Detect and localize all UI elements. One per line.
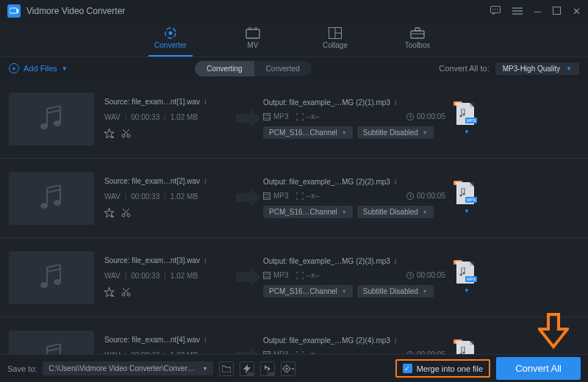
- output-label: Output: file_example_…MG (2)(1).mp3: [263, 98, 390, 107]
- save-path-select[interactable]: C:\Users\Vidmore Video Converter\Convert…: [43, 361, 213, 375]
- add-files-button[interactable]: + Add Files ▼: [9, 63, 68, 73]
- svg-point-2: [492, 9, 493, 10]
- music-note-icon: [37, 185, 66, 212]
- output-format-button[interactable]: ❋H MP3 ▼: [453, 262, 478, 294]
- thumbnail[interactable]: [9, 251, 94, 304]
- info-icon[interactable]: i: [204, 256, 207, 264]
- source-format: WAV: [104, 351, 121, 355]
- nav-collage[interactable]: Collage: [313, 26, 357, 57]
- source-size: 1.02 MB: [171, 272, 198, 280]
- menu-icon[interactable]: [512, 6, 523, 17]
- tab-converting[interactable]: Converting: [195, 61, 254, 76]
- settings-button[interactable]: ▾: [281, 361, 295, 376]
- output-format-button[interactable]: ❋H MP3 ▼: [453, 182, 478, 215]
- source-size: 1.02 MB: [171, 113, 198, 121]
- merge-checkbox[interactable]: ✓: [403, 364, 412, 373]
- chevron-down-icon: ▼: [566, 65, 572, 72]
- expand-icon: [296, 272, 304, 279]
- high-speed-button[interactable]: OFF: [260, 361, 275, 376]
- arrow-icon: [234, 268, 263, 287]
- edit-icon[interactable]: [104, 287, 114, 299]
- cut-icon[interactable]: [121, 208, 131, 220]
- svg-point-20: [40, 123, 48, 129]
- svg-line-22: [47, 110, 60, 113]
- toolbar: + Add Files ▼ Converting Converted Conve…: [0, 57, 588, 79]
- output-label: Output: file_example_…MG (2)(4).mp3: [263, 336, 390, 345]
- svg-point-12: [249, 27, 251, 29]
- chevron-down-icon: ▼: [342, 130, 347, 135]
- music-note-icon: [37, 106, 66, 132]
- svg-rect-56: [264, 272, 270, 278]
- music-note-icon: [37, 264, 66, 291]
- minimize-icon[interactable]: ─: [534, 6, 541, 17]
- chevron-down-icon: ▼: [342, 289, 347, 294]
- nav-toolbox[interactable]: Toolbox: [395, 26, 440, 57]
- info-icon[interactable]: i: [204, 177, 207, 185]
- out-format: MP3: [273, 271, 289, 279]
- svg-point-48: [40, 282, 48, 288]
- chevron-down-icon: ▼: [464, 287, 470, 294]
- svg-rect-17: [411, 31, 424, 38]
- svg-point-10: [169, 32, 173, 35]
- maximize-icon[interactable]: [553, 6, 561, 17]
- file-row: Source: file_exam…nt[2].wavi WAV| 00:00:…: [0, 159, 588, 238]
- nav-converter[interactable]: Converter: [148, 26, 193, 57]
- codec-select[interactable]: PCM_S16…Channel▼: [263, 206, 353, 218]
- clock-icon: [406, 192, 414, 200]
- edit-icon[interactable]: [104, 129, 114, 140]
- svg-point-61: [463, 272, 465, 274]
- info-icon[interactable]: i: [395, 336, 397, 345]
- svg-line-64: [47, 348, 60, 351]
- out-duration: 00:00:05: [417, 192, 445, 200]
- out-format: MP3: [273, 350, 289, 354]
- app-title: Vidmore Video Converter: [26, 6, 490, 16]
- feedback-icon[interactable]: [490, 6, 501, 17]
- output-format-button[interactable]: ❋H MP3 ▼: [453, 341, 478, 355]
- svg-point-75: [463, 351, 465, 353]
- svg-point-4: [497, 9, 498, 10]
- clock-icon: [406, 272, 414, 279]
- cut-icon[interactable]: [121, 129, 131, 140]
- cut-icon[interactable]: [121, 287, 131, 299]
- source-duration: 00:00:33: [131, 192, 159, 201]
- open-folder-button[interactable]: [219, 361, 234, 376]
- subtitle-select[interactable]: Subtitle Disabled▼: [357, 285, 434, 298]
- codec-select[interactable]: PCM_S16…Channel▼: [263, 285, 353, 298]
- convert-all-button[interactable]: Convert All: [496, 357, 581, 380]
- hardware-accel-button[interactable]: OFF: [240, 361, 254, 376]
- tab-converted[interactable]: Converted: [254, 61, 312, 76]
- close-icon[interactable]: ✕: [573, 6, 581, 17]
- info-icon[interactable]: i: [395, 257, 397, 265]
- source-size: 1.02 MB: [171, 351, 198, 355]
- toolbox-icon: [410, 26, 425, 40]
- codec-select[interactable]: PCM_S16…Channel▼: [263, 126, 353, 139]
- chevron-down-icon: ▼: [464, 208, 470, 215]
- subtitle-select[interactable]: Subtitle Disabled▼: [357, 206, 434, 218]
- svg-point-52: [122, 293, 125, 296]
- info-icon[interactable]: i: [395, 98, 397, 107]
- info-icon[interactable]: i: [204, 336, 207, 344]
- film-icon: [263, 272, 270, 279]
- nav-mv[interactable]: MV: [231, 26, 275, 57]
- subtitle-select[interactable]: Subtitle Disabled▼: [357, 126, 434, 139]
- svg-point-53: [127, 293, 130, 296]
- merge-label: Merge into one file: [417, 364, 484, 373]
- output-label: Output: file_example_…MG (2)(2).mp3: [263, 178, 390, 186]
- svg-point-47: [463, 192, 465, 195]
- chevron-down-icon: ▼: [342, 209, 347, 215]
- edit-icon[interactable]: [104, 208, 114, 220]
- out-duration: 00:00:05: [417, 350, 445, 354]
- thumbnail[interactable]: [9, 331, 94, 355]
- collage-icon: [328, 26, 343, 40]
- convert-all-format-select[interactable]: MP3-High Quality ▼: [495, 62, 579, 75]
- info-icon[interactable]: i: [204, 98, 207, 106]
- svg-point-34: [40, 203, 48, 209]
- source-duration: 00:00:33: [131, 113, 159, 121]
- thumbnail[interactable]: [9, 172, 94, 225]
- file-row: Source: file_exam…nt[3].wavi WAV| 00:00:…: [0, 238, 588, 317]
- chevron-down-icon: ▼: [202, 366, 207, 371]
- output-format-button[interactable]: ❋H MP3 ▼: [453, 103, 478, 135]
- thumbnail[interactable]: [9, 93, 94, 145]
- info-icon[interactable]: i: [395, 178, 397, 186]
- svg-point-32: [460, 115, 462, 117]
